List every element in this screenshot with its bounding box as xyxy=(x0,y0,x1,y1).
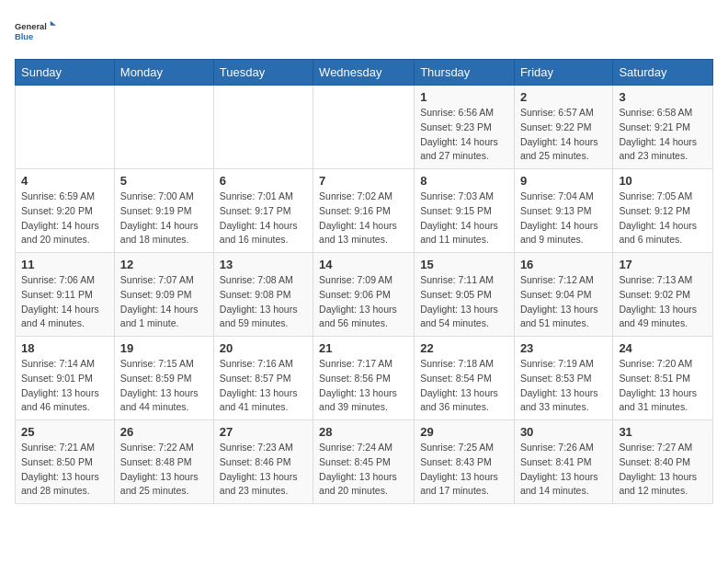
calendar-cell: 6Sunrise: 7:01 AMSunset: 9:17 PMDaylight… xyxy=(213,169,313,253)
day-info: Sunrise: 7:01 AMSunset: 9:17 PMDaylight:… xyxy=(220,190,307,247)
day-info: Sunrise: 6:59 AMSunset: 9:20 PMDaylight:… xyxy=(21,190,108,247)
calendar-cell xyxy=(114,86,213,169)
calendar-cell: 13Sunrise: 7:08 AMSunset: 9:08 PMDayligh… xyxy=(213,253,313,337)
page-header: General Blue xyxy=(15,15,713,48)
calendar-cell: 22Sunrise: 7:18 AMSunset: 8:54 PMDayligh… xyxy=(415,337,515,420)
day-info: Sunrise: 7:11 AMSunset: 9:05 PMDaylight:… xyxy=(420,273,508,331)
day-number: 29 xyxy=(420,425,508,439)
day-number: 8 xyxy=(420,174,508,188)
logo-svg: General Blue xyxy=(15,15,61,48)
day-number: 11 xyxy=(21,258,108,271)
calendar-cell: 23Sunrise: 7:19 AMSunset: 8:53 PMDayligh… xyxy=(514,337,613,420)
calendar-cell: 1Sunrise: 6:56 AMSunset: 9:23 PMDaylight… xyxy=(415,86,515,169)
day-info: Sunrise: 7:00 AMSunset: 9:19 PMDaylight:… xyxy=(120,190,208,247)
calendar-cell: 15Sunrise: 7:11 AMSunset: 9:05 PMDayligh… xyxy=(415,253,515,337)
calendar-cell: 28Sunrise: 7:24 AMSunset: 8:45 PMDayligh… xyxy=(313,420,415,504)
day-info: Sunrise: 7:09 AMSunset: 9:06 PMDaylight:… xyxy=(319,273,408,331)
day-number: 18 xyxy=(21,341,108,355)
day-info: Sunrise: 7:16 AMSunset: 8:57 PMDaylight:… xyxy=(220,357,307,415)
day-info: Sunrise: 7:07 AMSunset: 9:09 PMDaylight:… xyxy=(120,273,208,331)
calendar-cell: 30Sunrise: 7:26 AMSunset: 8:41 PMDayligh… xyxy=(514,420,613,504)
day-info: Sunrise: 6:58 AMSunset: 9:21 PMDaylight:… xyxy=(619,106,707,164)
weekday-header: Thursday xyxy=(415,60,515,86)
day-number: 10 xyxy=(619,174,707,188)
day-number: 4 xyxy=(21,174,108,188)
weekday-header: Friday xyxy=(514,60,613,86)
day-info: Sunrise: 6:56 AMSunset: 9:23 PMDaylight:… xyxy=(420,106,508,164)
calendar-cell: 2Sunrise: 6:57 AMSunset: 9:22 PMDaylight… xyxy=(514,86,613,169)
calendar-week-row: 25Sunrise: 7:21 AMSunset: 8:50 PMDayligh… xyxy=(16,420,713,504)
day-number: 23 xyxy=(520,341,608,355)
day-info: Sunrise: 7:22 AMSunset: 8:48 PMDaylight:… xyxy=(120,441,208,499)
day-info: Sunrise: 7:05 AMSunset: 9:12 PMDaylight:… xyxy=(619,190,707,247)
calendar-week-row: 1Sunrise: 6:56 AMSunset: 9:23 PMDaylight… xyxy=(16,86,713,169)
day-info: Sunrise: 7:17 AMSunset: 8:56 PMDaylight:… xyxy=(319,357,408,415)
calendar-table: SundayMondayTuesdayWednesdayThursdayFrid… xyxy=(15,59,713,504)
day-info: Sunrise: 7:08 AMSunset: 9:08 PMDaylight:… xyxy=(220,273,307,331)
day-info: Sunrise: 7:15 AMSunset: 8:59 PMDaylight:… xyxy=(120,357,208,415)
calendar-cell: 10Sunrise: 7:05 AMSunset: 9:12 PMDayligh… xyxy=(613,169,713,253)
calendar-week-row: 4Sunrise: 6:59 AMSunset: 9:20 PMDaylight… xyxy=(16,169,713,253)
calendar-cell: 9Sunrise: 7:04 AMSunset: 9:13 PMDaylight… xyxy=(514,169,613,253)
calendar-cell: 7Sunrise: 7:02 AMSunset: 9:16 PMDaylight… xyxy=(313,169,415,253)
day-info: Sunrise: 7:23 AMSunset: 8:46 PMDaylight:… xyxy=(220,441,307,499)
day-number: 3 xyxy=(619,90,707,104)
calendar-cell: 25Sunrise: 7:21 AMSunset: 8:50 PMDayligh… xyxy=(16,420,115,504)
calendar-week-row: 18Sunrise: 7:14 AMSunset: 9:01 PMDayligh… xyxy=(16,337,713,420)
day-number: 30 xyxy=(520,425,608,439)
svg-marker-1 xyxy=(51,21,56,26)
day-number: 17 xyxy=(619,258,707,271)
weekday-header: Wednesday xyxy=(313,60,415,86)
calendar-cell xyxy=(313,86,415,169)
day-info: Sunrise: 7:13 AMSunset: 9:02 PMDaylight:… xyxy=(619,273,707,331)
calendar-cell: 20Sunrise: 7:16 AMSunset: 8:57 PMDayligh… xyxy=(213,337,313,420)
calendar-cell: 11Sunrise: 7:06 AMSunset: 9:11 PMDayligh… xyxy=(16,253,115,337)
calendar-cell xyxy=(213,86,313,169)
day-info: Sunrise: 6:57 AMSunset: 9:22 PMDaylight:… xyxy=(520,106,608,164)
day-info: Sunrise: 7:03 AMSunset: 9:15 PMDaylight:… xyxy=(420,190,508,247)
weekday-header: Tuesday xyxy=(213,60,313,86)
weekday-header: Sunday xyxy=(16,60,115,86)
day-info: Sunrise: 7:21 AMSunset: 8:50 PMDaylight:… xyxy=(21,441,108,499)
day-number: 28 xyxy=(319,425,408,439)
day-number: 16 xyxy=(520,258,608,271)
day-info: Sunrise: 7:27 AMSunset: 8:40 PMDaylight:… xyxy=(619,441,707,499)
calendar-cell: 14Sunrise: 7:09 AMSunset: 9:06 PMDayligh… xyxy=(313,253,415,337)
day-info: Sunrise: 7:06 AMSunset: 9:11 PMDaylight:… xyxy=(21,273,108,331)
calendar-cell: 5Sunrise: 7:00 AMSunset: 9:19 PMDaylight… xyxy=(114,169,213,253)
calendar-cell: 16Sunrise: 7:12 AMSunset: 9:04 PMDayligh… xyxy=(514,253,613,337)
day-number: 24 xyxy=(619,341,707,355)
calendar-cell: 17Sunrise: 7:13 AMSunset: 9:02 PMDayligh… xyxy=(613,253,713,337)
calendar-week-row: 11Sunrise: 7:06 AMSunset: 9:11 PMDayligh… xyxy=(16,253,713,337)
day-number: 5 xyxy=(120,174,208,188)
calendar-cell: 4Sunrise: 6:59 AMSunset: 9:20 PMDaylight… xyxy=(16,169,115,253)
calendar-cell: 24Sunrise: 7:20 AMSunset: 8:51 PMDayligh… xyxy=(613,337,713,420)
calendar-cell: 18Sunrise: 7:14 AMSunset: 9:01 PMDayligh… xyxy=(16,337,115,420)
day-number: 7 xyxy=(319,174,408,188)
calendar-cell: 21Sunrise: 7:17 AMSunset: 8:56 PMDayligh… xyxy=(313,337,415,420)
day-number: 20 xyxy=(220,341,307,355)
calendar-cell: 12Sunrise: 7:07 AMSunset: 9:09 PMDayligh… xyxy=(114,253,213,337)
svg-text:General: General xyxy=(15,22,47,31)
calendar-cell: 27Sunrise: 7:23 AMSunset: 8:46 PMDayligh… xyxy=(213,420,313,504)
day-number: 9 xyxy=(520,174,608,188)
day-info: Sunrise: 7:25 AMSunset: 8:43 PMDaylight:… xyxy=(420,441,508,499)
day-number: 31 xyxy=(619,425,707,439)
calendar-cell xyxy=(16,86,115,169)
logo: General Blue xyxy=(15,15,61,48)
day-number: 13 xyxy=(220,258,307,271)
svg-text:Blue: Blue xyxy=(15,32,33,41)
day-info: Sunrise: 7:14 AMSunset: 9:01 PMDaylight:… xyxy=(21,357,108,415)
day-number: 21 xyxy=(319,341,408,355)
day-number: 26 xyxy=(120,425,208,439)
day-info: Sunrise: 7:26 AMSunset: 8:41 PMDaylight:… xyxy=(520,441,608,499)
day-number: 15 xyxy=(420,258,508,271)
day-info: Sunrise: 7:20 AMSunset: 8:51 PMDaylight:… xyxy=(619,357,707,415)
day-info: Sunrise: 7:18 AMSunset: 8:54 PMDaylight:… xyxy=(420,357,508,415)
calendar-cell: 29Sunrise: 7:25 AMSunset: 8:43 PMDayligh… xyxy=(415,420,515,504)
day-number: 19 xyxy=(120,341,208,355)
day-info: Sunrise: 7:12 AMSunset: 9:04 PMDaylight:… xyxy=(520,273,608,331)
calendar-header-row: SundayMondayTuesdayWednesdayThursdayFrid… xyxy=(16,60,713,86)
day-number: 6 xyxy=(220,174,307,188)
day-info: Sunrise: 7:04 AMSunset: 9:13 PMDaylight:… xyxy=(520,190,608,247)
